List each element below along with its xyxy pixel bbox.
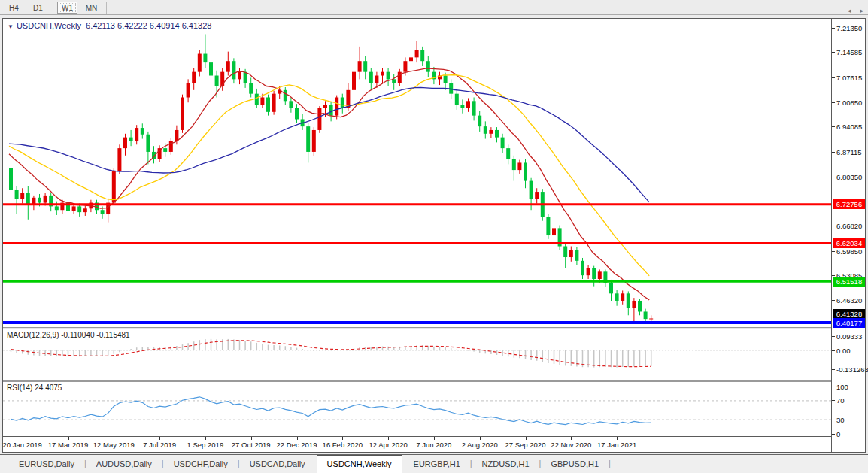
date-tick-mark xyxy=(297,437,298,440)
rsi-panel[interactable]: RSI(14) 24.4075 xyxy=(3,382,831,436)
date-tick-mark xyxy=(159,437,160,440)
date-tick-mark xyxy=(526,437,527,440)
macd-tick-mark xyxy=(832,350,835,351)
date-tick-mark xyxy=(68,437,69,440)
chart-tab-usdcnh[interactable]: USDCNH,Weekly xyxy=(317,455,402,473)
macd-tick-mark xyxy=(832,336,835,337)
rsi-tick-label: 0 xyxy=(836,430,840,438)
date-tick-mark xyxy=(617,437,618,440)
price-line-badge: 6.72756 xyxy=(833,199,865,209)
chart-ohlc-values: 6.42113 6.42222 6.40914 6.41328 xyxy=(86,21,211,30)
chart-tab-eurgbp[interactable]: EURGBP,H1 xyxy=(404,457,470,473)
rsi-tick-mark xyxy=(832,400,835,401)
date-tick-mark xyxy=(388,437,389,440)
date-tick-mark xyxy=(114,437,114,440)
rsi-label: RSI(14) 24.4075 xyxy=(7,384,62,392)
candlestick-chart[interactable] xyxy=(3,19,831,327)
rsi-tick-label: 100 xyxy=(836,383,848,391)
price-tick-mark xyxy=(832,251,835,252)
price-tick-mark xyxy=(832,126,835,127)
date-axis[interactable]: 20 Jan 201917 Mar 201912 May 20197 Jul 2… xyxy=(3,436,831,452)
chart-tab-audusd[interactable]: AUDUSD,Daily xyxy=(86,457,162,473)
chart-symbol-label: USDCNH,Weekly xyxy=(17,21,81,30)
date-tick-mark xyxy=(342,437,343,440)
timeframe-button-h4[interactable]: H4 xyxy=(4,2,24,14)
chart-tab-gbpusd[interactable]: GBPUSD,H1 xyxy=(541,457,609,473)
timeframe-toolbar: H4D1W1MN xyxy=(0,0,868,15)
price-tick-label: 7.14585 xyxy=(836,48,862,56)
price-tick-label: 6.94085 xyxy=(836,123,862,131)
price-tick-mark xyxy=(832,77,835,78)
mt4-chart-window: H4D1W1MN ▼USDCNH,Weekly 6.42113 6.42222 … xyxy=(0,0,868,473)
price-tick-mark xyxy=(832,226,835,226)
timeframe-button-mn[interactable]: MN xyxy=(81,2,102,14)
chart-tab-eurusd[interactable]: EURUSD,Daily xyxy=(9,457,84,473)
macd-label: MACD(12,26,9) -0.110040 -0.115481 xyxy=(7,331,130,339)
chart-tab-bar: EURUSD,Daily|AUDUSD,Daily|USDCHF,Daily|U… xyxy=(0,454,868,473)
tab-separator: | xyxy=(609,459,611,469)
rsi-tick-mark xyxy=(832,420,835,420)
date-tick-label: 17 Jan 2021 xyxy=(587,441,647,449)
price-tick-label: 7.21350 xyxy=(836,24,862,32)
price-line-badge: 6.51518 xyxy=(833,277,865,287)
price-tick-label: 7.00850 xyxy=(836,99,862,107)
chart-window: ▼USDCNH,Weekly 6.42113 6.42222 6.40914 6… xyxy=(2,18,866,453)
price-tick-label: 6.66820 xyxy=(836,222,862,230)
price-tick-label: 6.46320 xyxy=(836,296,862,305)
price-tick-label: 6.87115 xyxy=(836,148,862,156)
price-tick-label: 6.80350 xyxy=(836,173,862,181)
date-tick-mark xyxy=(571,437,572,440)
price-line-badge: 6.40177 xyxy=(833,318,865,328)
chart-tab-nzdusd[interactable]: NZDUSD,H1 xyxy=(472,457,539,473)
macd-tick-mark xyxy=(832,369,835,370)
toolbar-separator xyxy=(53,2,53,14)
macd-panel[interactable]: MACD(12,26,9) -0.110040 -0.115481 xyxy=(3,329,831,380)
macd-tick-label: -0.131263 xyxy=(836,365,868,374)
rsi-tick-mark xyxy=(832,434,835,435)
date-tick-mark xyxy=(205,437,206,440)
date-tick-mark xyxy=(434,437,435,440)
price-tick-mark xyxy=(832,102,835,103)
price-tick-mark xyxy=(832,300,835,301)
timeframe-button-d1[interactable]: D1 xyxy=(28,2,48,14)
rsi-tick-label: 70 xyxy=(836,396,845,405)
chart-header: ▼USDCNH,Weekly 6.42113 6.42222 6.40914 6… xyxy=(8,21,211,30)
price-tick-mark xyxy=(832,152,835,153)
price-tick-mark xyxy=(832,28,835,29)
price-chart-panel[interactable]: ▼USDCNH,Weekly 6.42113 6.42222 6.40914 6… xyxy=(3,19,831,327)
scroll-left-icon[interactable]: ◂ xyxy=(848,7,851,14)
chart-dropdown-icon[interactable]: ▼ xyxy=(8,23,14,30)
tab-scroll-buttons: ◂ ▸ xyxy=(848,7,863,14)
macd-tick-label: 0.09333 xyxy=(836,332,862,341)
rsi-tick-mark xyxy=(832,387,835,387)
chart-tab-usdcad[interactable]: USDCAD,Daily xyxy=(240,457,315,473)
date-tick-mark xyxy=(480,437,481,440)
price-line-badge: 6.62034 xyxy=(833,238,865,248)
rsi-chart xyxy=(3,382,831,436)
price-tick-label: 7.07615 xyxy=(836,74,862,82)
date-tick-mark xyxy=(251,437,252,440)
price-tick-label: 6.59850 xyxy=(836,247,862,256)
chart-tab-usdchf[interactable]: USDCHF,Daily xyxy=(164,457,238,473)
timeframe-button-w1[interactable]: W1 xyxy=(57,2,77,14)
price-tick-mark xyxy=(832,177,835,177)
date-tick-mark xyxy=(23,437,23,440)
rsi-tick-label: 30 xyxy=(836,416,845,424)
price-axis[interactable]: 7.213507.145857.076157.008506.940856.871… xyxy=(831,19,865,452)
macd-tick-label: 0.00 xyxy=(836,347,851,355)
price-tick-mark xyxy=(832,52,835,53)
toolbar-separator xyxy=(106,2,107,14)
scroll-right-icon[interactable]: ▸ xyxy=(860,7,863,14)
